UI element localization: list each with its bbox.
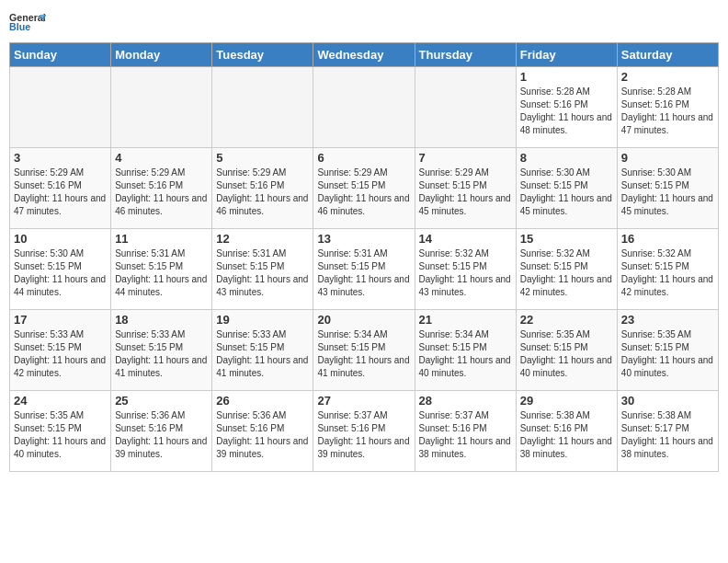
calendar-cell: 20Sunrise: 5:34 AMSunset: 5:15 PMDayligh… <box>313 310 415 391</box>
day-number: 7 <box>419 151 512 165</box>
day-number: 1 <box>520 70 613 84</box>
calendar-cell <box>111 67 212 148</box>
day-info: Sunrise: 5:38 AMSunset: 5:16 PMDaylight:… <box>520 409 613 461</box>
day-number: 2 <box>621 70 714 84</box>
weekday-header-thursday: Thursday <box>415 43 516 67</box>
weekday-header-monday: Monday <box>111 43 212 67</box>
day-info: Sunrise: 5:33 AMSunset: 5:15 PMDaylight:… <box>216 328 309 380</box>
calendar-cell: 9Sunrise: 5:30 AMSunset: 5:15 PMDaylight… <box>617 148 718 229</box>
day-info: Sunrise: 5:29 AMSunset: 5:16 PMDaylight:… <box>216 167 309 218</box>
day-number: 24 <box>14 394 107 408</box>
day-info: Sunrise: 5:31 AMSunset: 5:15 PMDaylight:… <box>216 247 309 299</box>
day-number: 6 <box>317 151 410 165</box>
day-info: Sunrise: 5:30 AMSunset: 5:15 PMDaylight:… <box>621 167 714 218</box>
calendar-cell: 25Sunrise: 5:36 AMSunset: 5:16 PMDayligh… <box>111 391 212 472</box>
day-info: Sunrise: 5:30 AMSunset: 5:15 PMDaylight:… <box>520 167 613 218</box>
calendar-cell: 18Sunrise: 5:33 AMSunset: 5:15 PMDayligh… <box>111 310 212 391</box>
day-number: 29 <box>520 394 613 408</box>
calendar-cell <box>212 67 313 148</box>
day-number: 10 <box>14 232 107 246</box>
day-number: 13 <box>317 232 410 246</box>
calendar-cell <box>313 67 415 148</box>
calendar-cell <box>415 67 516 148</box>
calendar-week-2: 3Sunrise: 5:29 AMSunset: 5:16 PMDaylight… <box>10 148 719 229</box>
day-info: Sunrise: 5:35 AMSunset: 5:15 PMDaylight:… <box>520 328 613 380</box>
logo: General Blue <box>9 9 46 35</box>
day-info: Sunrise: 5:29 AMSunset: 5:15 PMDaylight:… <box>419 167 512 218</box>
calendar: SundayMondayTuesdayWednesdayThursdayFrid… <box>9 42 719 472</box>
calendar-cell: 27Sunrise: 5:37 AMSunset: 5:16 PMDayligh… <box>313 391 415 472</box>
calendar-cell: 5Sunrise: 5:29 AMSunset: 5:16 PMDaylight… <box>212 148 313 229</box>
day-info: Sunrise: 5:29 AMSunset: 5:16 PMDaylight:… <box>14 167 107 218</box>
svg-text:Blue: Blue <box>9 21 30 32</box>
weekday-header-sunday: Sunday <box>10 43 111 67</box>
day-info: Sunrise: 5:31 AMSunset: 5:15 PMDaylight:… <box>317 247 410 299</box>
calendar-cell: 22Sunrise: 5:35 AMSunset: 5:15 PMDayligh… <box>516 310 617 391</box>
day-info: Sunrise: 5:37 AMSunset: 5:16 PMDaylight:… <box>317 409 410 461</box>
day-number: 21 <box>419 313 512 327</box>
day-info: Sunrise: 5:31 AMSunset: 5:15 PMDaylight:… <box>115 247 208 299</box>
weekday-header-tuesday: Tuesday <box>212 43 313 67</box>
calendar-cell: 6Sunrise: 5:29 AMSunset: 5:15 PMDaylight… <box>313 148 415 229</box>
day-info: Sunrise: 5:29 AMSunset: 5:15 PMDaylight:… <box>317 167 410 218</box>
day-info: Sunrise: 5:35 AMSunset: 5:15 PMDaylight:… <box>14 409 107 461</box>
day-number: 28 <box>419 394 512 408</box>
calendar-cell: 21Sunrise: 5:34 AMSunset: 5:15 PMDayligh… <box>415 310 516 391</box>
day-number: 20 <box>317 313 410 327</box>
day-number: 23 <box>621 313 714 327</box>
day-number: 16 <box>621 232 714 246</box>
calendar-cell: 12Sunrise: 5:31 AMSunset: 5:15 PMDayligh… <box>212 229 313 310</box>
day-info: Sunrise: 5:29 AMSunset: 5:16 PMDaylight:… <box>115 167 208 218</box>
calendar-week-3: 10Sunrise: 5:30 AMSunset: 5:15 PMDayligh… <box>10 229 719 310</box>
calendar-cell: 13Sunrise: 5:31 AMSunset: 5:15 PMDayligh… <box>313 229 415 310</box>
calendar-cell: 17Sunrise: 5:33 AMSunset: 5:15 PMDayligh… <box>10 310 111 391</box>
day-info: Sunrise: 5:32 AMSunset: 5:15 PMDaylight:… <box>419 247 512 299</box>
calendar-header-row: SundayMondayTuesdayWednesdayThursdayFrid… <box>10 43 719 67</box>
day-info: Sunrise: 5:32 AMSunset: 5:15 PMDaylight:… <box>621 247 714 299</box>
calendar-cell: 16Sunrise: 5:32 AMSunset: 5:15 PMDayligh… <box>617 229 718 310</box>
weekday-header-wednesday: Wednesday <box>313 43 415 67</box>
day-info: Sunrise: 5:28 AMSunset: 5:16 PMDaylight:… <box>621 86 714 137</box>
day-info: Sunrise: 5:34 AMSunset: 5:15 PMDaylight:… <box>419 328 512 380</box>
day-info: Sunrise: 5:33 AMSunset: 5:15 PMDaylight:… <box>14 328 107 380</box>
day-info: Sunrise: 5:34 AMSunset: 5:15 PMDaylight:… <box>317 328 410 380</box>
calendar-cell: 10Sunrise: 5:30 AMSunset: 5:15 PMDayligh… <box>10 229 111 310</box>
day-info: Sunrise: 5:38 AMSunset: 5:17 PMDaylight:… <box>621 409 714 461</box>
day-info: Sunrise: 5:36 AMSunset: 5:16 PMDaylight:… <box>115 409 208 461</box>
day-number: 12 <box>216 232 309 246</box>
day-info: Sunrise: 5:30 AMSunset: 5:15 PMDaylight:… <box>14 247 107 299</box>
calendar-cell: 24Sunrise: 5:35 AMSunset: 5:15 PMDayligh… <box>10 391 111 472</box>
day-number: 22 <box>520 313 613 327</box>
calendar-cell: 14Sunrise: 5:32 AMSunset: 5:15 PMDayligh… <box>415 229 516 310</box>
day-info: Sunrise: 5:33 AMSunset: 5:15 PMDaylight:… <box>115 328 208 380</box>
day-number: 3 <box>14 151 107 165</box>
header: General Blue <box>9 9 719 35</box>
calendar-cell: 7Sunrise: 5:29 AMSunset: 5:15 PMDaylight… <box>415 148 516 229</box>
weekday-header-saturday: Saturday <box>617 43 718 67</box>
calendar-cell: 1Sunrise: 5:28 AMSunset: 5:16 PMDaylight… <box>516 67 617 148</box>
day-info: Sunrise: 5:35 AMSunset: 5:15 PMDaylight:… <box>621 328 714 380</box>
day-number: 17 <box>14 313 107 327</box>
calendar-cell: 8Sunrise: 5:30 AMSunset: 5:15 PMDaylight… <box>516 148 617 229</box>
calendar-cell: 29Sunrise: 5:38 AMSunset: 5:16 PMDayligh… <box>516 391 617 472</box>
day-number: 8 <box>520 151 613 165</box>
day-number: 18 <box>115 313 208 327</box>
day-number: 4 <box>115 151 208 165</box>
calendar-cell <box>10 67 111 148</box>
day-info: Sunrise: 5:36 AMSunset: 5:16 PMDaylight:… <box>216 409 309 461</box>
day-number: 30 <box>621 394 714 408</box>
day-info: Sunrise: 5:37 AMSunset: 5:16 PMDaylight:… <box>419 409 512 461</box>
day-number: 25 <box>115 394 208 408</box>
day-number: 14 <box>419 232 512 246</box>
logo-icon: General Blue <box>9 9 46 35</box>
calendar-cell: 15Sunrise: 5:32 AMSunset: 5:15 PMDayligh… <box>516 229 617 310</box>
calendar-cell: 30Sunrise: 5:38 AMSunset: 5:17 PMDayligh… <box>617 391 718 472</box>
day-number: 19 <box>216 313 309 327</box>
day-info: Sunrise: 5:28 AMSunset: 5:16 PMDaylight:… <box>520 86 613 137</box>
calendar-cell: 11Sunrise: 5:31 AMSunset: 5:15 PMDayligh… <box>111 229 212 310</box>
day-number: 5 <box>216 151 309 165</box>
calendar-cell: 23Sunrise: 5:35 AMSunset: 5:15 PMDayligh… <box>617 310 718 391</box>
calendar-week-4: 17Sunrise: 5:33 AMSunset: 5:15 PMDayligh… <box>10 310 719 391</box>
day-number: 26 <box>216 394 309 408</box>
calendar-cell: 4Sunrise: 5:29 AMSunset: 5:16 PMDaylight… <box>111 148 212 229</box>
